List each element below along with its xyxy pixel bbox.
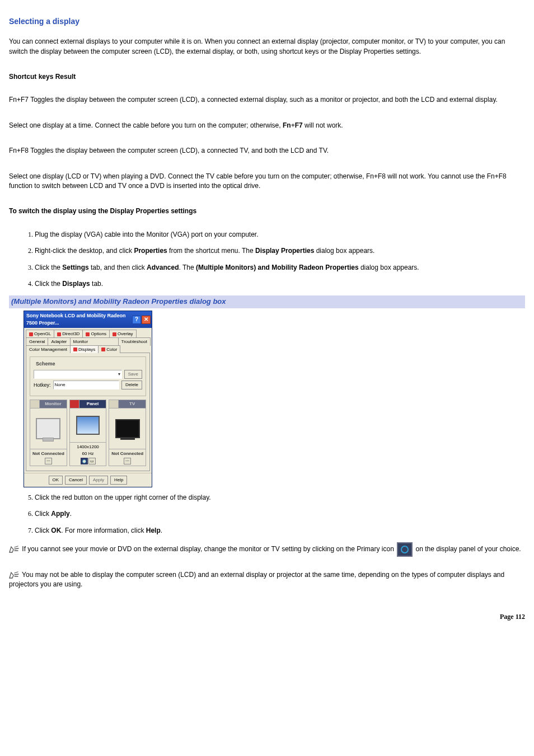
- fn-f8-note: Select one display (LCD or TV) when play…: [9, 172, 525, 191]
- config-button[interactable]: ⋯: [124, 458, 131, 464]
- dialog-name-bold: (Multiple Monitors) and Mobility Radeon …: [196, 264, 359, 271]
- intro-text: You can connect external displays to you…: [9, 37, 525, 57]
- tab-label: Options: [91, 331, 106, 337]
- text: Click: [35, 527, 51, 534]
- monitor-icon: [36, 418, 60, 439]
- scheme-label: Scheme: [35, 360, 57, 368]
- dialog-footer: OK Cancel Apply Help: [24, 473, 152, 487]
- note-2: You may not be able to display the compu…: [9, 570, 525, 590]
- step-5: Click the red button on the upper right …: [35, 493, 525, 503]
- tab-color-mgmt[interactable]: Color Management: [26, 345, 71, 354]
- step-2: Right-click the desktop, and click Prope…: [35, 246, 525, 256]
- tab-opengl[interactable]: OpenGL: [26, 330, 54, 338]
- tv-icon: [115, 419, 140, 438]
- enable-corner[interactable]: [70, 400, 79, 408]
- tab-options[interactable]: Options: [82, 330, 110, 338]
- ati-icon: [86, 332, 90, 336]
- monitor-panel: Monitor Not Connected ⋯: [30, 400, 67, 466]
- steps-list-1: Plug the display (VGA) cable into the Mo…: [9, 230, 525, 289]
- dialog-body: Scheme ▾ Save Hotkey: None Delete Monito…: [26, 353, 150, 471]
- lcd-panel: Panel 1400x1200 60 Hz ▭: [69, 400, 107, 466]
- tab-monitor[interactable]: Monitor: [70, 337, 119, 346]
- text: dialog box appears.: [314, 247, 374, 255]
- shortcut-header: Shortcut keys Result: [9, 72, 525, 82]
- dialog-title: Sony Notebook LCD and Mobility Radeon 75…: [26, 312, 132, 327]
- step-6: Click Apply.: [35, 509, 525, 519]
- chevron-down-icon: ▾: [118, 371, 120, 378]
- text: Select one display at a time. Connect th…: [9, 121, 283, 129]
- panel-header: Panel: [79, 400, 106, 408]
- not-connected-label: Not Connected: [31, 450, 65, 457]
- text: .: [70, 510, 72, 518]
- displays-bold: Displays: [62, 280, 90, 288]
- help-icon[interactable]: ?: [132, 316, 141, 324]
- text: will not work.: [303, 121, 343, 129]
- tab-label: Overlay: [118, 331, 133, 337]
- hotkey-label: Hotkey:: [34, 382, 51, 389]
- tab-label: Displays: [78, 346, 95, 353]
- note-text: If you cannot see your movie or DVD on t…: [20, 545, 396, 553]
- display-panels: Monitor Not Connected ⋯ Panel 1400x1200 …: [30, 400, 146, 466]
- text: +: [291, 121, 295, 129]
- advanced-bold: Advanced: [147, 264, 179, 271]
- note-icon: [9, 571, 19, 579]
- step-3: Click the Settings tab, and then click A…: [35, 263, 525, 273]
- close-icon[interactable]: ✕: [142, 316, 151, 324]
- tab-displays[interactable]: Displays: [70, 345, 99, 354]
- apply-button[interactable]: Apply: [89, 476, 108, 485]
- tab-adapter[interactable]: Adapter: [48, 337, 70, 346]
- note-icon: [9, 546, 19, 553]
- text: from the shortcut menu. The: [167, 247, 255, 255]
- text: Click the: [35, 264, 62, 271]
- text: .: [161, 527, 162, 534]
- tab-troubleshoot[interactable]: Troubleshoot: [118, 337, 151, 346]
- tab-overlay[interactable]: Overlay: [109, 330, 137, 338]
- tv-panel: TV Not Connected ⋯: [109, 400, 146, 466]
- monitor-header: Monitor: [40, 400, 67, 408]
- panel-refresh: 60 Hz: [82, 451, 94, 456]
- config-button[interactable]: ⋯: [45, 458, 52, 464]
- delete-button[interactable]: Delete: [121, 381, 142, 389]
- text: Click: [35, 510, 51, 518]
- ok-button[interactable]: OK: [49, 476, 63, 485]
- properties-bold: Properties: [134, 247, 167, 255]
- note-1: If you cannot see your movie or DVD on t…: [9, 542, 525, 557]
- dialog-caption: (Multiple Monitors) and Mobility Radeon …: [9, 295, 525, 308]
- primary-button[interactable]: [81, 458, 88, 464]
- display-properties-bold: Display Properties: [255, 247, 314, 255]
- step-7: Click OK. For more information, click He…: [35, 526, 525, 536]
- ati-icon: [101, 348, 105, 351]
- dialog-tabs: OpenGL Direct3D Options Overlay General …: [24, 328, 152, 353]
- cancel-button[interactable]: Cancel: [65, 476, 87, 485]
- text: tab.: [90, 280, 103, 288]
- clone-button[interactable]: ▭: [88, 458, 96, 464]
- tab-general[interactable]: General: [26, 337, 48, 346]
- fn-f7-note: Select one display at a time. Connect th…: [9, 121, 525, 130]
- f7-key: F7: [295, 121, 303, 129]
- text: dialog box appears.: [359, 264, 419, 271]
- page-title: Selecting a display: [9, 16, 525, 27]
- ati-icon: [29, 332, 33, 336]
- help-button[interactable]: Help: [110, 476, 127, 485]
- properties-dialog: Sony Notebook LCD and Mobility Radeon 75…: [24, 311, 152, 487]
- step-4: Click the Displays tab.: [35, 279, 525, 289]
- tv-header: TV: [119, 400, 146, 408]
- fn-f7-row: Fn+F7 Toggles the display between the co…: [9, 95, 525, 105]
- note-text: on the display panel of your choice.: [414, 545, 521, 553]
- fn-f8-row: Fn+F8 Toggles the display between the co…: [9, 146, 525, 156]
- tab-label: Color: [106, 346, 117, 353]
- scheme-combo[interactable]: ▾: [34, 370, 122, 379]
- help-bold: Help: [146, 527, 161, 534]
- scheme-group: Scheme ▾ Save Hotkey: None Delete: [30, 356, 146, 396]
- ati-icon: [73, 348, 77, 351]
- save-button[interactable]: Save: [124, 370, 142, 379]
- tab-label: OpenGL: [34, 331, 51, 337]
- tab-direct3d[interactable]: Direct3D: [54, 330, 83, 338]
- text: . For more information, click: [61, 527, 146, 534]
- lcd-icon: [76, 416, 100, 435]
- enable-corner[interactable]: [30, 400, 40, 408]
- tab-color[interactable]: Color: [98, 345, 120, 354]
- hotkey-field[interactable]: None: [53, 381, 119, 389]
- enable-corner[interactable]: [109, 400, 119, 408]
- dialog-screenshot: Sony Notebook LCD and Mobility Radeon 75…: [24, 311, 525, 487]
